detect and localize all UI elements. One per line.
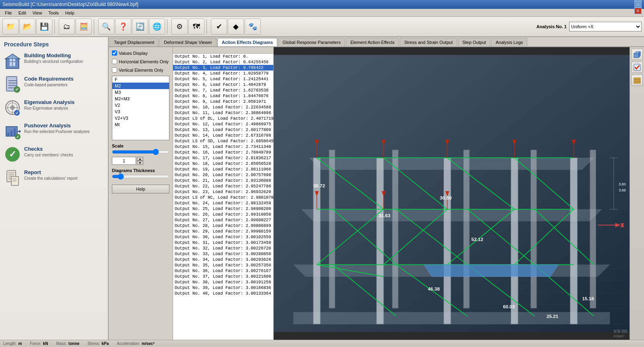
map-button[interactable]: 🗺 xyxy=(188,19,204,35)
element-item-mt[interactable]: Mt xyxy=(112,121,169,128)
tab-step-output[interactable]: Step Output xyxy=(458,38,491,46)
output-item[interactable]: Output No. 8, Load Factor: 1.84476676 xyxy=(173,93,273,99)
help-button[interactable]: Help xyxy=(112,185,169,193)
output-item[interactable]: Output No. 15, Load Factor: 2.73411340 xyxy=(173,144,273,150)
element-item-v2[interactable]: V2 xyxy=(112,102,169,108)
tab-target-displacement[interactable]: Target Displacement xyxy=(109,38,159,46)
menu-file[interactable]: File xyxy=(2,10,15,16)
horizontal-elements-checkbox[interactable] xyxy=(112,59,117,64)
output-item[interactable]: Output LS of NC, Load Factor: 2.98010789 xyxy=(173,195,273,200)
output-item[interactable]: Output No. 6, Load Factor: 1.4042879 xyxy=(173,82,273,87)
shape2-button[interactable]: 🐾 xyxy=(245,19,261,35)
analysis-dropdown[interactable]: Uniform +X Uniform -X Uniform +Y Uniform… xyxy=(569,22,642,31)
output-item[interactable]: Output No. 24, Load Factor: 2.98132459 xyxy=(173,200,273,206)
output-item[interactable]: Output No. 3, Load Factor: 0.798422 xyxy=(173,65,273,71)
open-button[interactable]: 📂 xyxy=(19,19,35,35)
sidebar-item-pushover[interactable]: ✓ Pushover Analysis Run the selected Pus… xyxy=(4,123,104,139)
output-item[interactable]: Output No. 23, Load Factor: 2.96932620 xyxy=(173,189,273,195)
output-item[interactable]: Output No. 18, Load Factor: 2.85056528 xyxy=(173,161,273,166)
check-view-button[interactable] xyxy=(632,62,643,73)
output-item[interactable]: Output No. 40, Load Factor: 3.00133364 xyxy=(173,291,273,296)
output-item[interactable]: Output No. 35, Load Factor: 3.00257350 xyxy=(173,262,273,268)
output-item[interactable]: Output No. 14, Load Factor: 2.67316708 xyxy=(173,133,273,138)
new-button[interactable]: 📁 xyxy=(2,19,19,35)
tab-stress-and-strain-output[interactable]: Stress and Strain Output xyxy=(400,38,457,46)
shape-button[interactable]: ◆ xyxy=(228,19,244,35)
refresh-button[interactable]: 🔄 xyxy=(132,19,148,35)
diagrams-thickness-slider[interactable] xyxy=(112,173,169,180)
check-button[interactable]: ✔ xyxy=(211,19,227,35)
tab-analysis-logs[interactable]: Analysis Logs xyxy=(491,38,527,46)
output-item[interactable]: Output No. 32, Load Factor: 3.00226720 xyxy=(173,245,273,251)
output-item[interactable]: Output No. 37, Load Factor: 3.00221608 xyxy=(173,274,273,279)
element-item-m2plusm3[interactable]: M2+M3 xyxy=(112,96,169,102)
settings-button[interactable]: ⚙ xyxy=(171,19,188,35)
output-item[interactable]: Output No. 27, Load Factor: 2.99600227 xyxy=(173,217,273,223)
3d-view-button[interactable] xyxy=(632,49,643,60)
close-button[interactable]: ✕ xyxy=(634,8,642,14)
output-item[interactable]: Output No. 25, Load Factor: 2.98900208 xyxy=(173,206,273,212)
output-item[interactable]: Output No. 30, Load Factor: 3.00102559 xyxy=(173,234,273,240)
output-item[interactable]: Output No. 17, Load Factor: 2.81836217 xyxy=(173,155,273,161)
output-item[interactable]: Output No. 26, Load Factor: 2.99319858 xyxy=(173,212,273,217)
output-item[interactable]: Output No. 1, Load Factor: 0. xyxy=(173,54,273,59)
output-item[interactable]: Output No. 9, Load Factor: 2.0501971 xyxy=(173,99,273,104)
sidebar-item-code-requirements[interactable]: ✓ Code Requirements Code-based parameter… xyxy=(4,76,104,93)
output-item[interactable]: Output No. 5, Load Factor: 1.24125441 xyxy=(173,76,273,82)
tab-global-response-parameters[interactable]: Global Response Parameters xyxy=(278,38,345,46)
scale-slider[interactable] xyxy=(112,148,169,156)
output-item[interactable]: Output No. 33, Load Factor: 3.00280858 xyxy=(173,251,273,257)
output-item[interactable]: Output No. 19, Load Factor: 2.88111066 xyxy=(173,166,273,172)
menu-edit[interactable]: Edit xyxy=(15,10,29,16)
tab-deformed-shape-viewer[interactable]: Deformed Shape Viewer xyxy=(159,38,217,46)
menu-view[interactable]: View xyxy=(29,10,45,16)
scale-down-button[interactable]: ▼ xyxy=(137,161,143,165)
output-list[interactable]: Output No. 1, Load Factor: 0.Output No. … xyxy=(173,47,274,340)
output-item[interactable]: Output No. 38, Load Factor: 3.00191258 xyxy=(173,279,273,285)
scale-up-button[interactable]: ▲ xyxy=(137,157,143,161)
output-item[interactable]: Output No. 34, Load Factor: 3.00293628 xyxy=(173,257,273,262)
values-display-checkbox[interactable] xyxy=(112,50,117,56)
output-item[interactable]: Output No. 22, Load Factor: 2.95247786 xyxy=(173,183,273,189)
search-button[interactable]: 🔍 xyxy=(98,19,114,35)
element-item-f[interactable]: F xyxy=(112,76,169,83)
output-item[interactable]: Output No. 10, Load Factor: 2.22634588 xyxy=(173,104,273,110)
scale-input[interactable] xyxy=(112,157,136,165)
element-item-v3[interactable]: V3 xyxy=(112,108,169,115)
menu-tools[interactable]: Tools xyxy=(45,10,62,16)
tab-element-action-effects[interactable]: Element Action Effects xyxy=(346,38,399,46)
output-item[interactable]: Output No. 12, Load Factor: 2.49869975 xyxy=(173,121,273,127)
output-item[interactable]: Output No. 28, Load Factor: 2.99806899 xyxy=(173,223,273,229)
tab-action-effects-diagrams[interactable]: Action Effects Diagrams xyxy=(217,38,277,46)
element-item-m2[interactable]: M2 xyxy=(112,83,169,89)
menu-help[interactable]: Help xyxy=(62,10,78,16)
help-button[interactable]: ❓ xyxy=(115,19,131,35)
layers-button[interactable] xyxy=(632,75,643,86)
sidebar-item-checks[interactable]: ✓ Checks Carry out members' checks xyxy=(4,146,104,163)
maximize-button[interactable]: □ xyxy=(634,1,642,8)
output-item[interactable]: Output No. 29, Load Factor: 2.99980159 xyxy=(173,229,273,234)
sidebar-item-report[interactable]: Report Create the calculations' report xyxy=(4,169,104,186)
output-item[interactable]: Output No. 13, Load Factor: 2.60177809 xyxy=(173,127,273,133)
sidebar-item-building-modelling[interactable]: Building Modelling Building's structural… xyxy=(4,52,104,69)
output-item[interactable]: Output No. 4, Load Factor: 1.02958779 xyxy=(173,71,273,76)
output-item[interactable]: Output No. 21, Load Factor: 2.93136088 xyxy=(173,178,273,183)
output-item[interactable]: Output No. 2, Load Factor: 0.64255456 xyxy=(173,59,273,65)
globe-button[interactable]: 🌐 xyxy=(149,19,165,35)
calc-button[interactable]: 🧮 xyxy=(76,19,92,35)
vertical-elements-checkbox[interactable] xyxy=(112,67,117,73)
output-item[interactable]: Output No. 20, Load Factor: 2.90757698 xyxy=(173,172,273,178)
save-button[interactable]: 💾 xyxy=(36,19,52,35)
sidebar-item-eigenvalue[interactable]: ✓ Eigenvalue Analysis Run Eigenvalue ana… xyxy=(4,99,104,116)
output-item[interactable]: Output LS of SD, Load Factor: 2.68586456 xyxy=(173,138,273,144)
table-button[interactable]: 🗂 xyxy=(59,19,75,35)
element-item-v2plusv3[interactable]: V2+V3 xyxy=(112,115,169,121)
output-item[interactable]: Output No. 7, Load Factor: 1.62783538 xyxy=(173,87,273,93)
output-item[interactable]: Output No. 39, Load Factor: 3.00166836 xyxy=(173,285,273,291)
output-item[interactable]: Output No. 31, Load Factor: 3.00173458 xyxy=(173,240,273,245)
output-item[interactable]: Output LS of DL, Load Factor: 2.40717190 xyxy=(173,116,273,121)
output-item[interactable]: Output No. 36, Load Factor: 3.00276167 xyxy=(173,268,273,274)
output-item[interactable]: Output No. 16, Load Factor: 2.78049789 xyxy=(173,150,273,155)
element-item-m3[interactable]: M3 xyxy=(112,89,169,96)
output-item[interactable]: Output No. 11, Load Factor: 2.36864896 xyxy=(173,110,273,116)
